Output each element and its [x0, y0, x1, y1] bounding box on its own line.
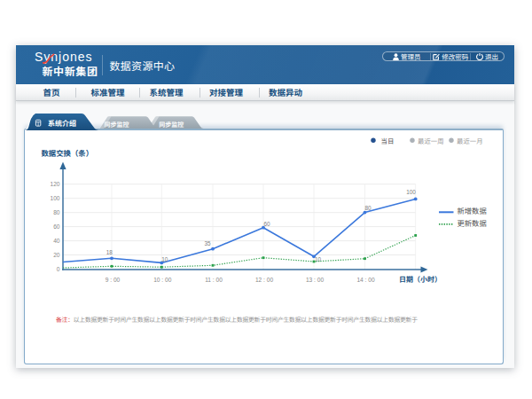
svg-text:20: 20 — [53, 252, 60, 258]
svg-text:100: 100 — [406, 189, 416, 195]
svg-text:80: 80 — [53, 209, 60, 215]
svg-text:11 : 00: 11 : 00 — [205, 277, 223, 283]
svg-text:最近一周: 最近一周 — [418, 136, 444, 145]
svg-text:同步监控: 同步监控 — [159, 120, 184, 129]
svg-text:18: 18 — [106, 249, 113, 255]
svg-text:10 : 00: 10 : 00 — [153, 277, 171, 283]
svg-text:100: 100 — [50, 195, 59, 201]
svg-text:80: 80 — [364, 205, 372, 211]
svg-text:最近一月: 最近一月 — [457, 136, 483, 145]
svg-text:60: 60 — [53, 223, 60, 230]
svg-text:更新数据: 更新数据 — [458, 217, 487, 228]
svg-text:12 : 00: 12 : 00 — [255, 277, 273, 283]
svg-text:40: 40 — [53, 238, 60, 244]
svg-text:新增数据: 新增数据 — [458, 205, 487, 215]
svg-text:10: 10 — [161, 256, 168, 262]
svg-text:60: 60 — [263, 221, 270, 227]
svg-text:系统介绍: 系统介绍 — [48, 118, 76, 128]
svg-text:120: 120 — [50, 181, 59, 187]
svg-text:当日: 当日 — [381, 136, 395, 145]
svg-text:9 : 00: 9 : 00 — [106, 277, 121, 283]
svg-text:14 : 00: 14 : 00 — [356, 277, 374, 283]
svg-text:35: 35 — [204, 240, 211, 246]
svg-text:同步监控: 同步监控 — [105, 120, 129, 129]
svg-text:13 : 00: 13 : 00 — [306, 277, 324, 283]
svg-text:数据交换（条）: 数据交换（条） — [42, 147, 94, 158]
svg-text:日期（小时）: 日期（小时） — [399, 274, 442, 284]
svg-text:0: 0 — [57, 266, 60, 272]
